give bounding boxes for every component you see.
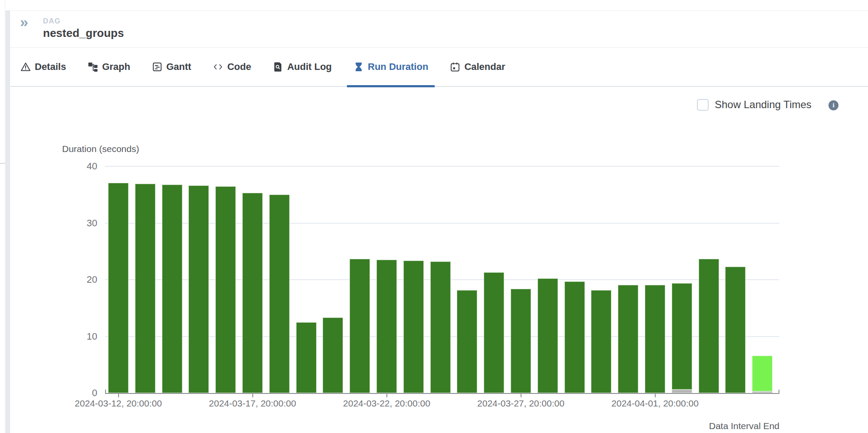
run-duration-bar[interactable] [591,290,611,393]
calendar-icon [450,62,460,72]
x-tick-label: 2024-03-27, 20:00:00 [452,398,591,409]
x-tick-label: 2024-03-17, 20:00:00 [183,398,322,409]
hourglass-icon [353,62,364,72]
app-root: » DAG nested_groups DetailsGraphGanttCod… [0,0,868,433]
bar-success-segment [725,267,746,393]
bar-success-segment [108,183,129,393]
y-tick-label: 40 [71,161,97,172]
run-duration-bar[interactable] [672,283,692,393]
run-duration-bar[interactable] [323,317,343,393]
x-tick-mark [386,394,387,397]
run-duration-bar[interactable] [457,290,477,393]
bar-success-segment [430,261,451,393]
bar-queued-segment [672,390,692,393]
warning-triangle-icon [20,62,31,72]
run-duration-bar[interactable] [752,356,772,393]
info-icon[interactable]: i [828,100,838,110]
axis-corner-tick-left [105,390,106,393]
bar-success-segment [350,259,370,393]
tab-details[interactable]: Details [14,47,73,86]
show-landing-times-label: Show Landing Times [715,99,812,111]
run-duration-bar[interactable] [215,186,236,393]
x-axis-title: Data Interval End [709,421,779,431]
run-duration-bar[interactable] [511,289,531,393]
y-axis-title: Duration (seconds) [62,144,139,154]
y-tick-label: 10 [71,331,97,342]
run-duration-bar[interactable] [135,184,155,393]
x-tick-label: 2024-03-22, 20:00:00 [317,398,456,409]
run-duration-chart: Duration (seconds) Data Interval End 403… [105,166,779,394]
y-tick-label: 20 [71,274,97,285]
tab-label: Graph [102,61,130,73]
dag-details-panel: » DAG nested_groups DetailsGraphGanttCod… [10,0,868,433]
run-duration-bar[interactable] [725,267,746,393]
bar-success-segment [403,261,424,393]
bar-success-segment [269,195,290,393]
y-tick-label: 0 [71,387,97,399]
audit-log-icon [273,62,283,72]
run-duration-bar[interactable] [618,285,638,393]
dag-header: » DAG nested_groups [10,11,868,48]
tab-code[interactable]: Code [206,47,257,86]
run-duration-bar[interactable] [484,272,504,393]
bar-success-segment [564,281,585,393]
run-duration-bar[interactable] [699,259,719,393]
bar-success-segment [215,186,236,393]
x-tick-label: 2024-04-01, 20:00:00 [586,398,725,409]
tab-label: Audit Log [287,61,332,73]
tab-run-duration[interactable]: Run Duration [347,47,435,86]
bar-success-segment [645,285,665,393]
bar-success-segment [296,322,317,393]
landing-times-row: Show Landing Times i [10,87,868,117]
bar-success-segment [699,259,719,393]
run-duration-bar[interactable] [538,278,558,393]
run-duration-bar[interactable] [645,285,665,393]
tab-gantt[interactable]: Gantt [145,47,198,86]
x-tick-label: 2024-03-12, 20:00:00 [49,398,188,409]
bar-success-segment [484,272,504,393]
gridline-y-40 [105,166,779,167]
tab-graph[interactable]: Graph [81,47,137,86]
show-landing-times-checkbox[interactable] [697,99,709,111]
run-duration-bar[interactable] [188,185,209,393]
x-tick-mark [655,394,656,397]
collapse-panel-chevrons-icon[interactable]: » [20,14,28,29]
bar-success-segment [538,278,558,393]
run-duration-bar[interactable] [350,259,370,393]
bar-success-segment [135,184,155,393]
tab-label: Details [35,61,66,73]
run-duration-bar[interactable] [376,260,397,393]
grid-panel-edge [0,0,5,433]
bar-success-segment [511,289,531,393]
tab-label: Code [227,61,251,73]
breadcrumb-section-label: DAG [43,17,61,26]
tab-calendar[interactable]: Calendar [443,47,512,86]
run-duration-bar[interactable] [269,195,290,393]
x-axis-line [105,393,779,394]
run-duration-bar[interactable] [430,261,451,393]
run-duration-bar[interactable] [108,183,129,393]
y-tick-label: 30 [71,218,97,229]
bar-success-segment [591,290,611,393]
bar-success-segment [618,285,638,393]
bar-queued-segment [752,391,772,393]
tab-bar: DetailsGraphGanttCodeAudit LogRun Durati… [10,48,868,87]
gantt-icon [152,62,162,72]
x-tick-mark [521,394,521,397]
run-duration-bar[interactable] [162,185,182,393]
panel-resize-divider[interactable] [6,10,10,433]
run-duration-bar[interactable] [403,261,424,393]
bar-success-segment [242,193,263,393]
code-icon [213,62,223,72]
run-duration-bar[interactable] [296,322,317,393]
bar-success-segment [162,185,182,393]
graph-icon [88,62,98,72]
run-duration-bar[interactable] [242,193,263,393]
grid-panel-edge-line [0,163,5,164]
run-duration-bar[interactable] [564,281,585,393]
bar-running-segment [752,356,772,391]
dag-title: nested_groups [43,26,124,40]
tab-audit-log[interactable]: Audit Log [266,47,338,86]
bar-success-segment [323,317,343,393]
bar-success-segment [376,260,397,393]
